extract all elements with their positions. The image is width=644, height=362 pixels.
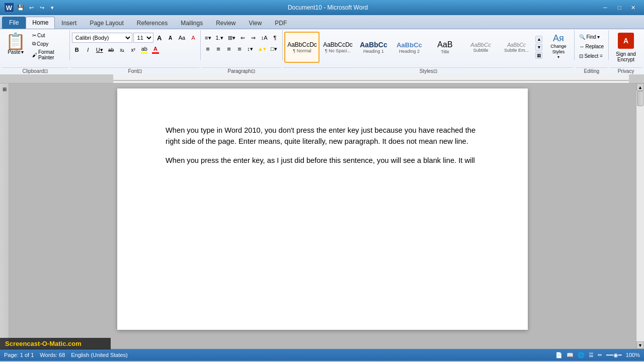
styles-scroll-up-button[interactable]: ▲ — [535, 36, 542, 43]
shading-button[interactable]: ▲▾ — [256, 44, 268, 54]
style-no-space[interactable]: AaBbCcDc ¶ No Spaci... — [320, 32, 355, 63]
font-size-select[interactable]: 11 — [133, 33, 153, 43]
style-subtitle[interactable]: AaBbCc Subtitle — [463, 32, 498, 63]
grow-font-button[interactable]: A — [154, 33, 165, 43]
paste-button[interactable]: 📋 Paste▾ — [3, 32, 28, 56]
justify-button[interactable]: ≡ — [234, 44, 245, 54]
highlight-color-bar — [141, 52, 148, 54]
align-right-button[interactable]: ≡ — [224, 44, 234, 54]
underline-button[interactable]: U▾ — [94, 45, 105, 55]
tab-mailings[interactable]: Mailings — [174, 17, 209, 29]
replace-button[interactable]: ↔ Replace — [577, 42, 606, 51]
style-subem-label: Subtle Em... — [504, 48, 529, 53]
bullets-button[interactable]: ≡▾ — [203, 33, 213, 43]
sort-button[interactable]: ↕A — [259, 33, 270, 43]
view-draft-icon[interactable]: ✏ — [598, 352, 602, 358]
tab-view[interactable]: View — [243, 17, 269, 29]
clipboard-group-top: 📋 Paste▾ ✂ Cut ⧉ Copy 🖌 Format Painter — [2, 30, 68, 67]
replace-icon: ↔ — [579, 44, 584, 49]
numbering-button[interactable]: 1.▾ — [214, 33, 225, 43]
paragraph-2[interactable]: When you press the enter key, as I just … — [166, 155, 479, 166]
redo-quick-btn[interactable]: ↪ — [37, 3, 46, 12]
view-normal-icon[interactable]: 📄 — [555, 352, 562, 358]
style-subem-preview: AaBbCc — [507, 42, 526, 48]
ruler-ticks-svg — [113, 74, 629, 83]
view-reading-icon[interactable]: 📖 — [567, 352, 574, 358]
font-family-select[interactable]: Calibri (Body) — [72, 33, 132, 43]
styles-expander[interactable]: ⊡ — [433, 68, 437, 74]
font-color-button[interactable]: A — [150, 45, 160, 55]
tab-references[interactable]: References — [130, 17, 174, 29]
multilevel-list-button[interactable]: ⊞▾ — [226, 33, 237, 43]
vertical-scrollbar[interactable]: ▲ ▼ — [636, 83, 644, 349]
select-button[interactable]: ⊡ Select = — [577, 52, 606, 60]
style-subtle-em[interactable]: AaBbCc Subtle Em... — [499, 32, 534, 63]
align-left-button[interactable]: ≡ — [203, 44, 213, 54]
shrink-font-button[interactable]: A — [166, 33, 176, 43]
page-content[interactable]: When you type in Word 2010, you don't pr… — [166, 125, 479, 166]
tab-page-layout[interactable]: Page Layout — [83, 17, 130, 29]
strikethrough-button[interactable]: ab — [106, 45, 116, 55]
page[interactable]: When you type in Word 2010, you don't pr… — [117, 88, 528, 330]
cut-button[interactable]: ✂ Cut — [30, 32, 67, 39]
clipboard-small-btns: ✂ Cut ⧉ Copy 🖌 Format Painter — [30, 32, 67, 61]
sep-2 — [200, 30, 201, 60]
font-expander[interactable]: ⊡ — [138, 68, 142, 74]
close-button[interactable]: ✕ — [627, 3, 640, 13]
style-nospace-label: ¶ No Spaci... — [325, 48, 351, 53]
copy-button[interactable]: ⧉ Copy — [30, 40, 67, 48]
editing-group-top: 🔍 Find▾ ↔ Replace ⊡ Select = — [576, 30, 607, 67]
save-quick-btn[interactable]: 💾 — [16, 3, 25, 12]
tab-file[interactable]: File — [2, 17, 26, 29]
change-styles-button[interactable]: Aя Change Styles ▾ — [544, 32, 572, 61]
view-web-icon[interactable]: 🌐 — [578, 352, 585, 358]
superscript-button[interactable]: x² — [128, 45, 138, 55]
style-heading1[interactable]: AaBbCc Heading 1 — [356, 32, 391, 63]
align-center-button[interactable]: ≡ — [213, 44, 223, 54]
customize-quick-btn[interactable]: ▾ — [48, 3, 57, 12]
styles-scroll-down-button[interactable]: ▼ — [535, 44, 542, 51]
paragraph-1[interactable]: When you type in Word 2010, you don't pr… — [166, 125, 479, 147]
style-title[interactable]: AaB Title — [427, 32, 462, 63]
italic-button[interactable]: I — [83, 45, 93, 55]
line-spacing-button[interactable]: ↕▾ — [245, 44, 255, 54]
change-case-button[interactable]: Aa — [177, 33, 187, 43]
borders-button[interactable]: □▾ — [269, 44, 279, 54]
tab-insert[interactable]: Insert — [55, 17, 83, 29]
document-area[interactable]: When you type in Word 2010, you don't pr… — [9, 83, 636, 349]
minimize-button[interactable]: ─ — [599, 3, 612, 13]
scroll-thumb[interactable] — [637, 91, 643, 106]
subscript-button[interactable]: x₂ — [117, 45, 127, 55]
decrease-indent-button[interactable]: ⇐ — [238, 33, 248, 43]
view-toggle-button[interactable]: ⊞ — [1, 85, 8, 93]
title-bar-left: W 💾 ↩ ↪ ▾ — [4, 3, 57, 13]
format-painter-button[interactable]: 🖌 Format Painter — [30, 48, 67, 61]
scroll-up-button[interactable]: ▲ — [636, 83, 644, 91]
undo-quick-btn[interactable]: ↩ — [27, 3, 36, 12]
scroll-down-button[interactable]: ▼ — [636, 341, 644, 349]
tab-home[interactable]: Home — [26, 17, 55, 29]
tab-review[interactable]: Review — [209, 17, 242, 29]
tab-pdf[interactable]: PDF — [268, 17, 293, 29]
left-toolbar: ⊞ — [0, 83, 9, 349]
style-subtitle-label: Subtitle — [473, 48, 488, 53]
increase-indent-button[interactable]: ⇒ — [249, 33, 259, 43]
show-marks-button[interactable]: ¶ — [270, 33, 280, 43]
restore-button[interactable]: □ — [613, 3, 626, 13]
styles-expand-button[interactable]: ▦ — [535, 52, 542, 59]
window-controls: ─ □ ✕ — [599, 3, 640, 13]
clear-format-button[interactable]: A — [188, 33, 198, 43]
find-button[interactable]: 🔍 Find▾ — [577, 33, 606, 41]
style-normal[interactable]: AaBbCcDc ¶ Normal — [284, 32, 319, 63]
sign-encrypt-button[interactable]: Sign and Encrypt — [611, 50, 641, 64]
style-h1-label: Heading 1 — [363, 49, 384, 54]
style-heading2[interactable]: AaBbCc Heading 2 — [391, 32, 427, 63]
bold-button[interactable]: B — [72, 45, 82, 55]
paragraph-expander[interactable]: ⊡ — [251, 68, 255, 74]
view-outline-icon[interactable]: ☰ — [589, 352, 594, 358]
zoom-slider[interactable]: ━━◉━ — [606, 352, 622, 358]
clipboard-expander[interactable]: ⊡ — [44, 68, 48, 74]
scroll-track[interactable] — [636, 91, 644, 341]
text-highlight-button[interactable]: ab — [139, 45, 149, 55]
paste-icon: 📋 — [6, 33, 26, 49]
